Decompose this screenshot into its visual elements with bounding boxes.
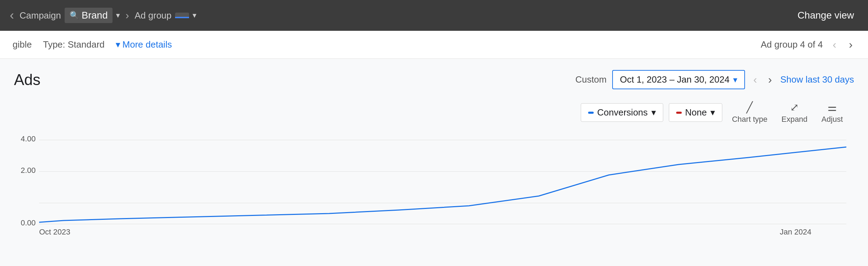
campaign-dropdown-icon[interactable]: ▾	[116, 11, 120, 20]
chevron-down-icon: ▾	[116, 39, 120, 50]
prev-adgroup-button[interactable]: ‹	[830, 37, 839, 52]
ad-group-counter: Ad group 4 of 4	[761, 39, 823, 50]
x-label-jan: Jan 2024	[780, 227, 811, 236]
none-label: None	[685, 107, 707, 118]
more-details-label: More details	[122, 39, 172, 50]
date-controls: Custom Oct 1, 2023 – Jan 30, 2024 ▾ ‹ › …	[575, 70, 854, 89]
chart-type-button[interactable]: ╱ Chart type	[728, 99, 772, 126]
campaign-breadcrumb: Campaign 🔍 Brand ▾	[20, 8, 120, 23]
date-range-text: Oct 1, 2023 – Jan 30, 2024	[620, 74, 730, 85]
svg-text:0.00: 0.00	[21, 218, 36, 227]
back-arrow-icon[interactable]: ‹	[10, 8, 14, 23]
main-content-area: Ads Custom Oct 1, 2023 – Jan 30, 2024 ▾ …	[0, 59, 868, 266]
conversions-dropdown-icon: ▾	[651, 107, 656, 118]
sub-header-right: Ad group 4 of 4 ‹ ›	[761, 37, 855, 52]
show-last-days-button[interactable]: Show last 30 days	[780, 74, 854, 85]
svg-text:2.00: 2.00	[21, 166, 36, 175]
none-dropdown-icon: ▾	[710, 107, 715, 118]
svg-text:4.00: 4.00	[21, 134, 36, 143]
prev-date-button[interactable]: ‹	[751, 72, 760, 88]
adjust-button[interactable]: ⚌ Adjust	[817, 99, 847, 126]
adgroup-breadcrumb: Ad group ▾	[135, 10, 196, 21]
change-view-button[interactable]: Change view	[797, 10, 854, 21]
date-range-button[interactable]: Oct 1, 2023 – Jan 30, 2024 ▾	[612, 70, 745, 89]
ads-title: Ads	[14, 71, 41, 89]
conversions-label: Conversions	[597, 107, 648, 118]
line-chart-icon: ╱	[746, 101, 753, 113]
breadcrumb-chevron-icon: ›	[125, 9, 129, 21]
conversions-dot-icon	[588, 112, 594, 114]
expand-label: Expand	[781, 115, 808, 124]
adjust-icon: ⚌	[827, 101, 837, 113]
x-label-oct: Oct 2023	[39, 227, 70, 236]
none-dot-icon	[676, 112, 682, 114]
search-icon: 🔍	[70, 11, 79, 20]
next-date-button[interactable]: ›	[765, 72, 775, 88]
chart-wrapper: 4.00 2.00 0.00 Oct 2023 Jan 2024	[14, 133, 854, 238]
sub-header-bar: gible Type: Standard ▾ More details Ad g…	[0, 31, 868, 59]
expand-icon: ⤢	[790, 101, 799, 113]
adgroup-box[interactable]	[175, 13, 189, 18]
type-value: Standard	[68, 39, 105, 50]
none-metric-button[interactable]: None ▾	[669, 103, 722, 122]
gible-text: gible	[13, 39, 32, 50]
campaign-search-box[interactable]: 🔍 Brand	[65, 8, 113, 23]
expand-button[interactable]: ⤢ Expand	[777, 99, 812, 126]
conversions-metric-button[interactable]: Conversions ▾	[581, 103, 663, 122]
more-details-button[interactable]: ▾ More details	[116, 39, 172, 50]
line-chart-svg: 4.00 2.00 0.00 Oct 2023 Jan 2024	[14, 133, 854, 238]
ads-section-header: Ads Custom Oct 1, 2023 – Jan 30, 2024 ▾ …	[14, 70, 854, 89]
conversions-line	[39, 147, 846, 222]
top-navigation-bar: ‹ Campaign 🔍 Brand ▾ › Ad group ▾ Change…	[0, 0, 868, 31]
adgroup-label: Ad group	[135, 10, 172, 21]
type-label: Type: Standard	[43, 39, 104, 50]
brand-value: Brand	[82, 10, 108, 21]
adgroup-dropdown-icon[interactable]: ▾	[193, 11, 196, 20]
campaign-label: Campaign	[20, 10, 61, 21]
adjust-label: Adjust	[822, 115, 843, 124]
sub-header-left: gible Type: Standard ▾ More details	[13, 39, 172, 50]
custom-label: Custom	[575, 74, 607, 85]
chart-controls-row: Conversions ▾ None ▾ ╱ Chart type ⤢ Expa…	[14, 99, 854, 126]
next-adgroup-button[interactable]: ›	[846, 37, 855, 52]
date-dropdown-icon: ▾	[733, 75, 737, 85]
chart-type-label: Chart type	[732, 115, 768, 124]
